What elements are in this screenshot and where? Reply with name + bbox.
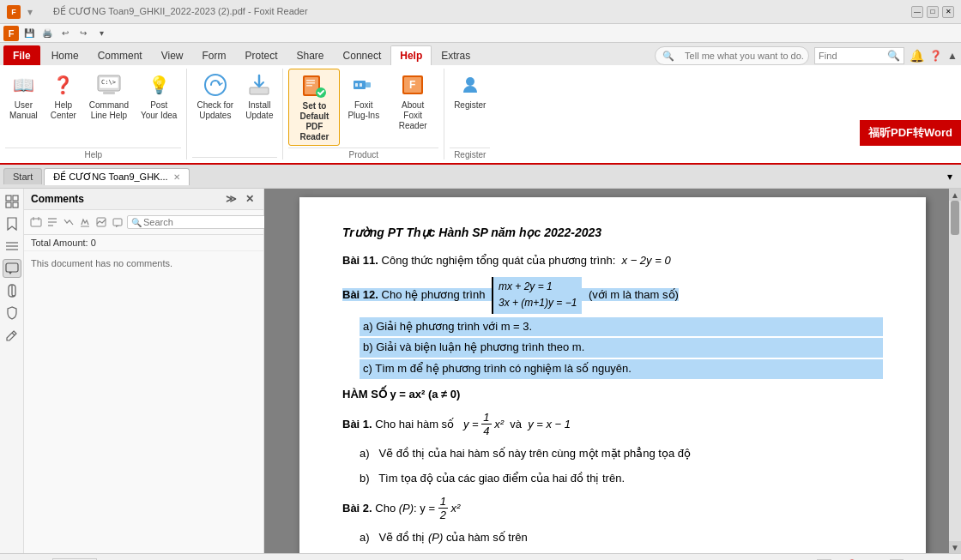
help-icon[interactable]: ❓ xyxy=(929,50,942,62)
scroll-up-button[interactable]: ▲ xyxy=(949,189,961,201)
ribbon-collapse-icon[interactable]: ▲ xyxy=(947,50,958,62)
qa-app-menu[interactable]: F xyxy=(3,26,19,41)
sidebar-bookmarks[interactable] xyxy=(3,214,21,233)
svg-rect-15 xyxy=(355,83,358,87)
user-manual-button[interactable]: 📖 UserManual xyxy=(5,69,42,123)
scroll-track xyxy=(949,201,961,541)
sidebar-edit[interactable] xyxy=(3,326,21,345)
question-2a: a) Vẽ đồ thị (P) của hàm số trên xyxy=(360,529,883,547)
panel-title: Comments xyxy=(31,193,84,205)
post-idea-button[interactable]: 💡 PostYour Idea xyxy=(136,69,181,123)
sidebar-attachments[interactable] xyxy=(3,281,21,300)
svg-rect-21 xyxy=(6,196,11,201)
ad-banner[interactable]: 福昕PDF转Word xyxy=(860,120,961,146)
about-foxit-button[interactable]: F About FoxitReader xyxy=(387,69,438,134)
qa-dropdown[interactable]: ▾ xyxy=(94,26,109,41)
help-center-icon: ❓ xyxy=(50,71,77,99)
sidebar-security[interactable] xyxy=(3,304,21,322)
tab-home[interactable]: Home xyxy=(42,45,88,65)
tab-connect[interactable]: Connect xyxy=(334,45,391,65)
user-manual-icon: 📖 xyxy=(9,71,37,99)
scroll-down-button[interactable]: ▼ xyxy=(949,541,961,553)
tab-extras[interactable]: Extras xyxy=(432,45,480,65)
help-group-label: Help xyxy=(5,148,181,160)
notification-icon[interactable]: 🔔 xyxy=(910,49,924,63)
qa-undo[interactable]: ↩ xyxy=(57,26,73,41)
panel-tool-4[interactable] xyxy=(78,214,92,231)
main-area: Comments ≫ ✕ xyxy=(0,189,961,553)
panel-tool-5[interactable] xyxy=(94,214,108,231)
register-group-label: Register xyxy=(450,148,490,160)
tab-close-button[interactable]: ✕ xyxy=(173,172,180,182)
tab-protect[interactable]: Protect xyxy=(236,45,287,65)
updates-group-label xyxy=(192,157,277,160)
foxit-plugins-button[interactable]: FoxitPlug-Ins xyxy=(343,69,384,123)
tab-start-label: Start xyxy=(13,172,33,182)
panel-tool-3[interactable] xyxy=(62,214,76,231)
ribbon-group-register: Register Register xyxy=(444,69,495,160)
tab-file[interactable]: File xyxy=(3,45,40,65)
svg-rect-22 xyxy=(13,196,18,201)
find-search-icon[interactable]: 🔍 xyxy=(887,50,900,62)
qa-redo[interactable]: ↪ xyxy=(76,26,91,41)
panel-expand-button[interactable]: ≫ xyxy=(223,192,239,206)
command-line-help-button[interactable]: C:\> CommandLine Help xyxy=(85,69,133,123)
panel-close-button[interactable]: ✕ xyxy=(243,192,257,206)
qa-save[interactable]: 💾 xyxy=(21,26,37,41)
tabs-dropdown[interactable]: ▾ xyxy=(942,169,958,184)
question-2: Bài 2. Cho (P): y = 1 2 x² xyxy=(342,495,883,522)
set-default-icon xyxy=(300,72,328,99)
svg-rect-38 xyxy=(113,219,122,226)
close-button[interactable]: ✕ xyxy=(942,6,954,18)
question-12a: a) Giải hệ phương trình với m = 3. xyxy=(360,317,883,337)
sidebar-thumbnails[interactable] xyxy=(3,192,21,211)
register-button[interactable]: Register xyxy=(450,69,490,113)
svg-rect-5 xyxy=(250,87,269,94)
about-foxit-label: About FoxitReader xyxy=(391,100,434,131)
install-update-icon xyxy=(245,71,273,99)
ribbon-group-updates: Check forUpdates InstallUpdate xyxy=(187,69,283,160)
help-center-button[interactable]: ❓ HelpCenter xyxy=(45,69,82,123)
panel-toolbar: 🔍 ▾ xyxy=(24,210,263,235)
ribbon-group-help: 📖 UserManual ❓ HelpCenter C:\> CommandLi… xyxy=(0,69,187,160)
panel-tool-1[interactable] xyxy=(29,214,43,231)
tab-share[interactable]: Share xyxy=(287,45,334,65)
svg-rect-23 xyxy=(6,202,11,208)
tab-document[interactable]: ĐỀ CƯƠNG Toan9_GHK... ✕ xyxy=(44,168,189,185)
question-1: Bài 1. Cho hai hàm số y = 1 4 x² và y = … xyxy=(342,411,883,438)
svg-text:F: F xyxy=(409,79,415,91)
tab-comment[interactable]: Comment xyxy=(88,45,152,65)
post-idea-label: PostYour Idea xyxy=(141,100,177,121)
install-update-button[interactable]: InstallUpdate xyxy=(241,69,277,123)
tab-form[interactable]: Form xyxy=(193,45,236,65)
tab-view[interactable]: View xyxy=(152,45,193,65)
no-comments-message: This document has no comments. xyxy=(24,251,263,275)
register-label: Register xyxy=(454,100,486,111)
qa-print[interactable]: 🖨️ xyxy=(39,26,55,41)
sidebar-comments[interactable] xyxy=(3,259,21,278)
panel-tool-2[interactable] xyxy=(45,214,59,231)
svg-rect-24 xyxy=(13,202,18,208)
tab-help[interactable]: Help xyxy=(390,45,432,65)
comment-search-input[interactable] xyxy=(143,217,262,227)
svg-rect-3 xyxy=(103,92,115,94)
find-input[interactable] xyxy=(819,51,887,61)
question-12b: b) Giải và biện luận hệ phương trình the… xyxy=(360,338,883,358)
set-default-label: Set to DefaultPDF Reader xyxy=(293,101,335,142)
svg-rect-16 xyxy=(360,83,362,87)
maximize-button[interactable]: □ xyxy=(927,6,939,18)
question-12: Bài 12. Cho hệ phương trình mx + 2y = 1 … xyxy=(342,277,883,313)
check-updates-button[interactable]: Check forUpdates xyxy=(192,69,238,123)
help-center-label: HelpCenter xyxy=(51,100,76,121)
minimize-button[interactable]: — xyxy=(911,6,923,18)
tab-start[interactable]: Start xyxy=(3,168,42,184)
window-controls[interactable]: — □ ✕ xyxy=(911,6,954,18)
sidebar-layers[interactable] xyxy=(3,237,21,256)
question-11: Bài 11. Công thức nghiệm tổng quát của p… xyxy=(342,252,883,270)
set-default-button[interactable]: Set to DefaultPDF Reader xyxy=(288,69,340,146)
scroll-thumb[interactable] xyxy=(951,201,959,235)
status-bar: ◀◀ ◀ 4 / 10 ▶ ▶▶ 📄 ⬛ ≡ ≡ − + 116.73% xyxy=(0,553,961,560)
title-bar: F ▾ ĐỀ CƯƠNG Toan9_GHKII_2022-2023 (2).p… xyxy=(0,0,961,24)
panel-tool-6[interactable] xyxy=(111,214,124,231)
tell-me-input[interactable] xyxy=(678,49,810,63)
